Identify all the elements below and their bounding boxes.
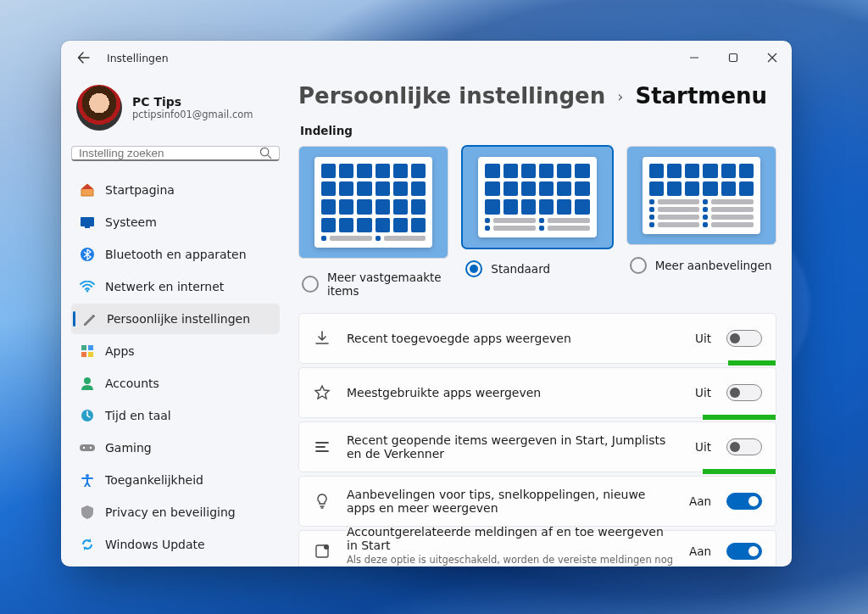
- layout-preview: [626, 146, 776, 245]
- minimize-icon: [689, 53, 699, 63]
- svg-point-5: [86, 290, 89, 293]
- toggle-state: Aan: [689, 494, 711, 508]
- svg-point-10: [84, 377, 91, 384]
- svg-point-13: [83, 447, 85, 449]
- lightbulb-icon: [313, 492, 331, 511]
- profile-email: pctipsinfo01@gmail.com: [132, 109, 253, 120]
- privacy-icon: [80, 505, 95, 520]
- row-title: Aanbevelingen voor tips, snelkoppelingen…: [347, 488, 674, 515]
- toggle[interactable]: [726, 438, 762, 455]
- search-input[interactable]: [79, 147, 259, 159]
- chevron-right-icon: ›: [617, 87, 623, 105]
- nav-label: Gaming: [105, 441, 152, 455]
- nav-bluetooth[interactable]: Bluetooth en apparaten: [71, 239, 280, 270]
- row-title: Accountgerelateerde meldingen af en toe …: [347, 525, 674, 552]
- download-icon: [313, 329, 331, 348]
- nav-gaming[interactable]: Gaming: [71, 433, 280, 463]
- notification-icon: [313, 542, 331, 561]
- breadcrumb-current: Startmenu: [635, 83, 767, 109]
- layout-preview: [298, 146, 448, 259]
- nav-toegankelijkheid[interactable]: Toegankelijkheid: [71, 465, 280, 495]
- setting-most-used[interactable]: Meestgebruikte apps weergeven Uit: [298, 367, 776, 418]
- nav-persoonlijke[interactable]: Persoonlijke instellingen: [71, 304, 280, 334]
- minimize-button[interactable]: [675, 41, 714, 75]
- toggle-state: Uit: [695, 332, 711, 345]
- nav-label: Systeem: [105, 215, 157, 229]
- nav-label: Bluetooth en apparaten: [105, 248, 247, 261]
- radio-icon: [630, 257, 647, 274]
- star-icon: [313, 383, 331, 402]
- nav-netwerk[interactable]: Netwerk en internet: [71, 271, 280, 302]
- layout-more-recs[interactable]: Meer aanbevelingen: [626, 146, 776, 298]
- setting-account-notifs[interactable]: Accountgerelateerde meldingen af en toe …: [298, 530, 776, 567]
- home-icon: [80, 182, 95, 198]
- toggle[interactable]: [726, 330, 762, 347]
- section-label: Indeling: [300, 124, 776, 137]
- nav-privacy[interactable]: Privacy en beveiliging: [71, 497, 280, 527]
- nav-label: Startpagina: [105, 183, 175, 197]
- svg-rect-2: [81, 217, 94, 226]
- highlight: [728, 360, 776, 366]
- nav-label: Privacy en beveiliging: [105, 505, 236, 519]
- breadcrumb-parent[interactable]: Persoonlijke instellingen: [298, 83, 605, 109]
- layout-more-pinned[interactable]: Meer vastgemaakte items: [298, 146, 448, 298]
- svg-rect-0: [730, 54, 737, 62]
- accessibility-icon: [80, 472, 95, 488]
- nav-apps[interactable]: Apps: [71, 336, 280, 366]
- radio-label: Standaard: [491, 262, 550, 276]
- svg-rect-6: [81, 345, 86, 350]
- app-title: Instellingen: [107, 52, 169, 64]
- svg-point-14: [90, 447, 92, 449]
- highlight: [703, 469, 776, 474]
- svg-rect-7: [88, 345, 93, 350]
- radio-icon: [302, 276, 319, 293]
- svg-rect-12: [80, 444, 95, 451]
- svg-point-15: [86, 474, 89, 477]
- update-icon: [80, 537, 95, 552]
- settings-list: Recent toegevoegde apps weergeven Uit Me…: [298, 313, 776, 567]
- profile[interactable]: PC Tips pctipsinfo01@gmail.com: [71, 75, 280, 146]
- nav-accounts[interactable]: Accounts: [71, 368, 280, 399]
- nav-tijd[interactable]: Tijd en taal: [71, 400, 280, 431]
- setting-recent-apps[interactable]: Recent toegevoegde apps weergeven Uit: [298, 313, 776, 364]
- search-box[interactable]: [71, 146, 280, 161]
- settings-window: Instellingen PC Tips pctipsinfo01@gmail.…: [61, 41, 792, 567]
- nav-update[interactable]: Windows Update: [71, 529, 280, 560]
- row-desc: Als deze optie is uitgeschakeld, worden …: [347, 554, 674, 567]
- close-icon: [767, 53, 777, 63]
- nav-label: Netwerk en internet: [105, 280, 224, 293]
- row-title: Recent toegevoegde apps weergeven: [347, 332, 680, 345]
- maximize-icon: [728, 53, 738, 63]
- profile-name: PC Tips: [132, 95, 253, 109]
- nav-label: Accounts: [105, 377, 159, 390]
- setting-recommendations[interactable]: Aanbevelingen voor tips, snelkoppelingen…: [298, 476, 776, 527]
- toggle-state: Aan: [689, 544, 711, 558]
- toggle[interactable]: [726, 493, 762, 510]
- gaming-icon: [80, 440, 95, 455]
- close-button[interactable]: [753, 41, 792, 75]
- main-content: Persoonlijke instellingen › Startmenu In…: [290, 75, 792, 567]
- bluetooth-icon: [80, 247, 95, 262]
- back-button[interactable]: [73, 47, 95, 69]
- list-icon: [313, 438, 331, 456]
- nav-startpagina[interactable]: Startpagina: [71, 175, 280, 205]
- toggle[interactable]: [726, 384, 762, 401]
- radio-label: Meer aanbevelingen: [655, 259, 772, 272]
- layout-default[interactable]: Standaard: [462, 146, 612, 298]
- apps-icon: [80, 343, 95, 359]
- breadcrumb: Persoonlijke instellingen › Startmenu: [298, 83, 776, 109]
- toggle[interactable]: [726, 543, 762, 560]
- sidebar: PC Tips pctipsinfo01@gmail.com Startpagi…: [61, 75, 290, 567]
- maximize-button[interactable]: [714, 41, 753, 75]
- svg-point-17: [324, 544, 329, 550]
- svg-rect-3: [85, 226, 90, 228]
- nav-systeem[interactable]: Systeem: [71, 207, 280, 237]
- avatar: [76, 85, 122, 131]
- arrow-left-icon: [77, 51, 91, 64]
- nav-label: Windows Update: [105, 538, 205, 551]
- wifi-icon: [80, 279, 95, 294]
- row-title: Meestgebruikte apps weergeven: [347, 386, 680, 399]
- setting-recent-items[interactable]: Recent geopende items weergeven in Start…: [298, 421, 776, 472]
- toggle-state: Uit: [695, 386, 711, 399]
- nav-label: Toegankelijkheid: [105, 473, 203, 487]
